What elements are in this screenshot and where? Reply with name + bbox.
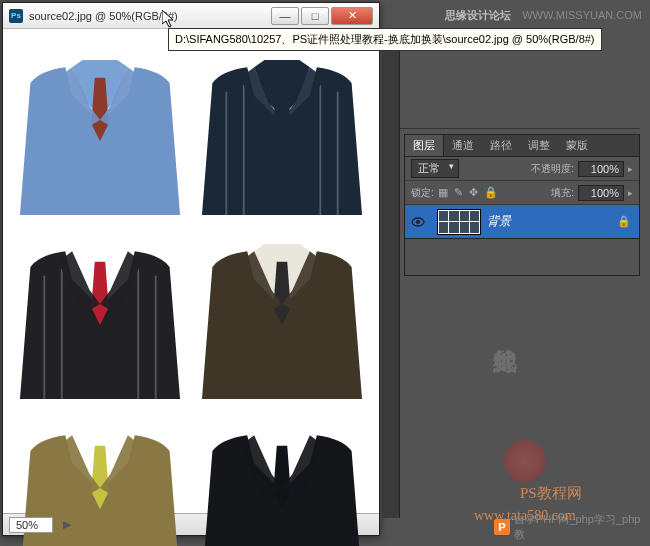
document-window: Ps source02.jpg @ 50%(RGB/8#) — □ ✕ xyxy=(2,2,380,536)
panel-tab[interactable]: 图层 xyxy=(405,135,444,156)
site-name: 思缘设计论坛 xyxy=(445,9,511,21)
layers-list: 背景 🔒 xyxy=(405,205,639,275)
site-url: WWW.MISSYUAN.COM xyxy=(522,9,642,21)
blend-mode-select[interactable]: 正常 xyxy=(411,159,459,178)
panel-divider xyxy=(400,128,640,129)
suit-thumbnail xyxy=(13,223,187,399)
blend-row: 正常 不透明度: 100% ▸ xyxy=(405,157,639,181)
lock-brush-icon[interactable]: ✎ xyxy=(454,186,463,199)
zoom-input[interactable]: 50% xyxy=(9,517,53,533)
layer-name[interactable]: 背景 xyxy=(487,213,617,230)
layer-thumbnail[interactable] xyxy=(437,209,481,235)
opacity-label: 不透明度: xyxy=(531,162,574,176)
layers-panel: 图层通道路径调整蒙版 正常 不透明度: 100% ▸ 锁定: ▦ ✎ ✥ 🔒 填… xyxy=(404,134,640,276)
titlebar[interactable]: Ps source02.jpg @ 50%(RGB/8#) — □ ✕ xyxy=(3,3,379,29)
layer-lock-icon: 🔒 xyxy=(617,215,631,228)
suit-thumbnail xyxy=(195,407,369,546)
svg-point-1 xyxy=(416,220,420,224)
layer-row[interactable]: 背景 🔒 xyxy=(405,205,639,239)
lock-icons-group: ▦ ✎ ✥ 🔒 xyxy=(438,186,498,199)
chevron-right-icon[interactable]: ▸ xyxy=(628,188,633,198)
php-icon: P xyxy=(494,519,510,535)
canvas[interactable] xyxy=(3,29,379,513)
window-controls: — □ ✕ xyxy=(271,7,373,25)
maximize-button[interactable]: □ xyxy=(301,7,329,25)
panel-tabs: 图层通道路径调整蒙版 xyxy=(405,135,639,157)
panel-tab[interactable]: 通道 xyxy=(444,135,482,156)
lock-move-icon[interactable]: ✥ xyxy=(469,186,478,199)
eye-icon xyxy=(411,217,425,227)
lock-all-icon[interactable]: 🔒 xyxy=(484,186,498,199)
fill-input[interactable]: 100% xyxy=(578,185,624,201)
lock-row: 锁定: ▦ ✎ ✥ 🔒 填充: 100% ▸ xyxy=(405,181,639,205)
lock-label: 锁定: xyxy=(411,186,434,200)
panel-tab[interactable]: 蒙版 xyxy=(558,135,596,156)
status-arrow-icon[interactable]: ▶ xyxy=(63,518,71,531)
close-button[interactable]: ✕ xyxy=(331,7,373,25)
seal-stamp xyxy=(504,440,546,482)
chevron-right-icon[interactable]: ▸ xyxy=(628,164,633,174)
lock-transparency-icon[interactable]: ▦ xyxy=(438,186,448,199)
suit-thumbnail xyxy=(13,39,187,215)
brand-watermark: PS教程网 xyxy=(520,484,582,503)
suit-thumbnail xyxy=(195,39,369,215)
panel-tab[interactable]: 路径 xyxy=(482,135,520,156)
panel-tab[interactable]: 调整 xyxy=(520,135,558,156)
footer-link-text: 自学PHP网_php学习_php教 xyxy=(514,512,650,542)
suit-thumbnail xyxy=(195,223,369,399)
path-tooltip: D:\SIFANG580\10257、PS证件照处理教程-换底加换装\sourc… xyxy=(168,28,602,51)
document-title: source02.jpg @ 50%(RGB/8#) xyxy=(29,10,271,22)
site-banner: 思缘设计论坛 WWW.MISSYUAN.COM xyxy=(445,8,642,23)
minimize-button[interactable]: — xyxy=(271,7,299,25)
opacity-input[interactable]: 100% xyxy=(578,161,624,177)
fill-label: 填充: xyxy=(551,186,574,200)
photoshop-icon: Ps xyxy=(9,9,23,23)
panel-dock-strip[interactable] xyxy=(382,28,400,518)
visibility-toggle[interactable] xyxy=(405,217,431,227)
footer-link[interactable]: P 自学PHP网_php学习_php教 xyxy=(494,512,650,542)
